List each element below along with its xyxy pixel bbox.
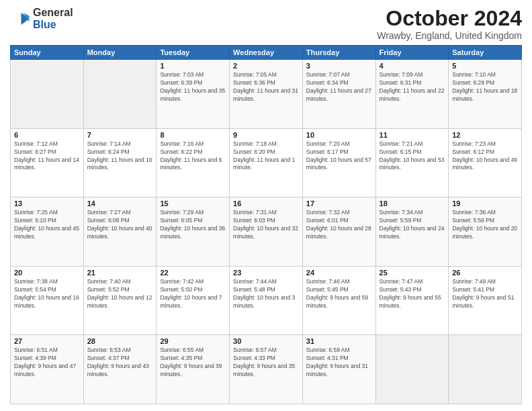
calendar-week-row: 20Sunrise: 7:38 AMSunset: 5:54 PMDayligh…	[11, 266, 522, 335]
day-info: Sunrise: 7:42 AMSunset: 5:50 PMDaylight:…	[160, 278, 226, 310]
calendar-cell: 30Sunrise: 6:57 AMSunset: 4:33 PMDayligh…	[230, 335, 303, 404]
day-info: Sunrise: 7:21 AMSunset: 6:15 PMDaylight:…	[380, 140, 445, 173]
calendar-cell: 25Sunrise: 7:47 AMSunset: 5:43 PMDayligh…	[375, 266, 449, 335]
calendar-cell: 1Sunrise: 7:03 AMSunset: 6:39 PMDaylight…	[157, 60, 230, 129]
day-number: 29	[160, 337, 226, 345]
month-title: October 2024	[377, 7, 522, 30]
calendar-cell	[11, 60, 84, 129]
day-info: Sunrise: 7:46 AMSunset: 5:45 PMDaylight:…	[306, 278, 372, 310]
calendar-cell: 27Sunrise: 6:51 AMSunset: 4:39 PMDayligh…	[11, 335, 84, 404]
day-number: 17	[306, 199, 372, 208]
day-info: Sunrise: 7:38 AMSunset: 5:54 PMDaylight:…	[14, 278, 80, 310]
logo: General Blue	[10, 7, 73, 30]
day-info: Sunrise: 7:12 AMSunset: 6:27 PMDaylight:…	[14, 140, 80, 173]
weekday-header-cell: Tuesday	[157, 46, 230, 60]
day-number: 13	[14, 199, 80, 208]
weekday-header-cell: Thursday	[302, 46, 375, 60]
calendar-cell	[449, 335, 522, 404]
day-number: 10	[306, 131, 372, 139]
day-info: Sunrise: 6:59 AMSunset: 4:31 PMDaylight:…	[306, 347, 372, 379]
calendar-cell: 13Sunrise: 7:25 AMSunset: 6:10 PMDayligh…	[11, 197, 84, 267]
day-info: Sunrise: 7:09 AMSunset: 6:31 PMDaylight:…	[380, 71, 445, 103]
calendar-week-row: 27Sunrise: 6:51 AMSunset: 4:39 PMDayligh…	[11, 335, 522, 404]
day-number: 5	[452, 62, 518, 70]
day-number: 26	[452, 269, 518, 277]
day-number: 15	[160, 199, 226, 208]
calendar-week-row: 6Sunrise: 7:12 AMSunset: 6:27 PMDaylight…	[11, 128, 522, 197]
day-number: 6	[14, 131, 80, 139]
calendar-table: SundayMondayTuesdayWednesdayThursdayFrid…	[10, 45, 522, 404]
calendar-week-row: 1Sunrise: 7:03 AMSunset: 6:39 PMDaylight…	[11, 60, 522, 129]
day-info: Sunrise: 7:31 AMSunset: 6:03 PMDaylight:…	[233, 209, 299, 241]
calendar-cell: 11Sunrise: 7:21 AMSunset: 6:15 PMDayligh…	[375, 128, 449, 197]
day-info: Sunrise: 7:23 AMSunset: 6:12 PMDaylight:…	[452, 140, 518, 173]
day-info: Sunrise: 7:14 AMSunset: 6:24 PMDaylight:…	[87, 140, 153, 173]
calendar-cell: 20Sunrise: 7:38 AMSunset: 5:54 PMDayligh…	[11, 266, 84, 335]
location: Wrawby, England, United Kingdom	[377, 30, 522, 41]
calendar-cell: 15Sunrise: 7:29 AMSunset: 6:05 PMDayligh…	[157, 197, 230, 267]
day-info: Sunrise: 7:27 AMSunset: 6:08 PMDaylight:…	[87, 209, 153, 241]
logo-icon	[10, 9, 30, 29]
logo-blue: Blue	[33, 19, 73, 31]
calendar-cell	[83, 60, 157, 129]
day-info: Sunrise: 7:49 AMSunset: 5:41 PMDaylight:…	[452, 278, 518, 310]
page: General Blue October 2024 Wrawby, Englan…	[0, 0, 532, 411]
calendar-cell: 12Sunrise: 7:23 AMSunset: 6:12 PMDayligh…	[449, 128, 522, 197]
day-number: 7	[87, 131, 153, 139]
calendar-cell: 2Sunrise: 7:05 AMSunset: 6:36 PMDaylight…	[230, 60, 303, 129]
calendar-cell	[375, 335, 449, 404]
day-info: Sunrise: 7:36 AMSunset: 5:56 PMDaylight:…	[452, 209, 518, 241]
day-number: 31	[306, 337, 372, 345]
day-info: Sunrise: 7:32 AMSunset: 6:01 PMDaylight:…	[306, 209, 372, 241]
title-block: October 2024 Wrawby, England, United Kin…	[377, 7, 522, 41]
calendar-cell: 18Sunrise: 7:34 AMSunset: 5:59 PMDayligh…	[375, 197, 449, 267]
day-number: 24	[306, 269, 372, 277]
day-info: Sunrise: 7:29 AMSunset: 6:05 PMDaylight:…	[160, 209, 226, 241]
day-info: Sunrise: 7:20 AMSunset: 6:17 PMDaylight:…	[306, 140, 372, 173]
day-info: Sunrise: 7:05 AMSunset: 6:36 PMDaylight:…	[233, 71, 299, 103]
calendar-cell: 8Sunrise: 7:16 AMSunset: 6:22 PMDaylight…	[157, 128, 230, 197]
calendar-cell: 17Sunrise: 7:32 AMSunset: 6:01 PMDayligh…	[302, 197, 375, 267]
day-number: 1	[160, 62, 226, 70]
calendar-cell: 5Sunrise: 7:10 AMSunset: 6:29 PMDaylight…	[449, 60, 522, 129]
calendar-cell: 9Sunrise: 7:18 AMSunset: 6:20 PMDaylight…	[230, 128, 303, 197]
calendar-body: 1Sunrise: 7:03 AMSunset: 6:39 PMDaylight…	[11, 60, 522, 404]
calendar-cell: 10Sunrise: 7:20 AMSunset: 6:17 PMDayligh…	[302, 128, 375, 197]
day-info: Sunrise: 7:47 AMSunset: 5:43 PMDaylight:…	[380, 278, 445, 310]
calendar-cell: 22Sunrise: 7:42 AMSunset: 5:50 PMDayligh…	[157, 266, 230, 335]
day-info: Sunrise: 7:03 AMSunset: 6:39 PMDaylight:…	[160, 71, 226, 103]
day-info: Sunrise: 6:51 AMSunset: 4:39 PMDaylight:…	[14, 347, 80, 379]
day-number: 18	[380, 199, 445, 208]
calendar-cell: 26Sunrise: 7:49 AMSunset: 5:41 PMDayligh…	[449, 266, 522, 335]
day-number: 19	[452, 199, 518, 208]
weekday-header-cell: Sunday	[11, 46, 84, 60]
day-info: Sunrise: 6:53 AMSunset: 4:37 PMDaylight:…	[87, 347, 153, 379]
day-info: Sunrise: 7:40 AMSunset: 5:52 PMDaylight:…	[87, 278, 153, 310]
day-number: 28	[87, 337, 153, 345]
day-number: 12	[452, 131, 518, 139]
calendar-cell: 29Sunrise: 6:55 AMSunset: 4:35 PMDayligh…	[157, 335, 230, 404]
calendar-cell: 4Sunrise: 7:09 AMSunset: 6:31 PMDaylight…	[375, 60, 449, 129]
header: General Blue October 2024 Wrawby, Englan…	[10, 7, 522, 41]
logo-text: General Blue	[33, 7, 73, 30]
day-number: 4	[380, 62, 445, 70]
day-info: Sunrise: 7:34 AMSunset: 5:59 PMDaylight:…	[380, 209, 445, 241]
day-number: 25	[380, 269, 445, 277]
weekday-header-cell: Friday	[375, 46, 449, 60]
day-number: 14	[87, 199, 153, 208]
day-number: 8	[160, 131, 226, 139]
day-number: 22	[160, 269, 226, 277]
day-info: Sunrise: 7:16 AMSunset: 6:22 PMDaylight:…	[160, 140, 226, 173]
calendar-cell: 28Sunrise: 6:53 AMSunset: 4:37 PMDayligh…	[83, 335, 157, 404]
day-number: 2	[233, 62, 299, 70]
day-number: 9	[233, 131, 299, 139]
weekday-header-row: SundayMondayTuesdayWednesdayThursdayFrid…	[11, 46, 522, 60]
day-number: 30	[233, 337, 299, 345]
day-info: Sunrise: 6:57 AMSunset: 4:33 PMDaylight:…	[233, 347, 299, 379]
weekday-header-cell: Saturday	[449, 46, 522, 60]
weekday-header-cell: Monday	[83, 46, 157, 60]
calendar-cell: 6Sunrise: 7:12 AMSunset: 6:27 PMDaylight…	[11, 128, 84, 197]
calendar-cell: 16Sunrise: 7:31 AMSunset: 6:03 PMDayligh…	[230, 197, 303, 267]
day-number: 3	[306, 62, 372, 70]
logo-general: General	[33, 7, 73, 19]
